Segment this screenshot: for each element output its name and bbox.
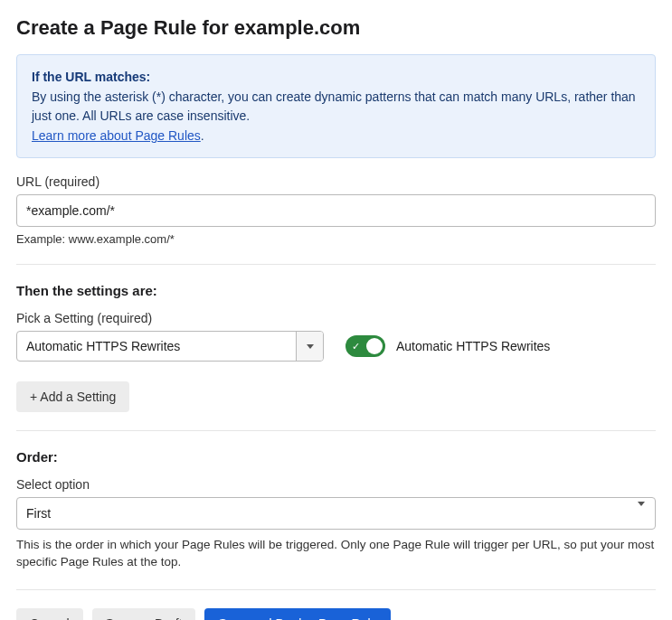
learn-more-link[interactable]: Learn more about Page Rules <box>32 127 201 145</box>
https-rewrites-toggle[interactable]: ✓ <box>345 335 385 357</box>
order-help-text: This is the order in which your Page Rul… <box>16 537 656 571</box>
info-banner: If the URL matches: By using the asteris… <box>16 54 656 158</box>
toggle-label: Automatic HTTPS Rewrites <box>396 339 550 353</box>
divider <box>16 589 656 590</box>
divider <box>16 264 656 265</box>
setting-combobox[interactable]: Automatic HTTPS Rewrites <box>16 331 324 362</box>
setting-picker-label: Pick a Setting (required) <box>16 311 656 325</box>
page-title: Create a Page Rule for example.com <box>16 16 656 40</box>
url-input[interactable] <box>16 194 656 227</box>
save-draft-button[interactable]: Save as Draft <box>92 608 196 620</box>
url-label: URL (required) <box>16 174 656 189</box>
chevron-down-icon <box>307 344 314 349</box>
divider <box>16 430 656 431</box>
save-deploy-button[interactable]: Save and Deploy Page Rule <box>204 608 391 620</box>
toggle-knob <box>366 338 383 354</box>
check-icon: ✓ <box>352 342 360 352</box>
cancel-button[interactable]: Cancel <box>16 608 83 620</box>
order-select-label: Select option <box>16 477 656 492</box>
add-setting-button[interactable]: + Add a Setting <box>16 381 129 412</box>
banner-body: By using the asterisk (*) character, you… <box>32 88 640 125</box>
order-select[interactable]: First <box>16 497 656 530</box>
order-heading: Order: <box>16 449 656 465</box>
setting-combobox-value: Automatic HTTPS Rewrites <box>17 332 296 361</box>
banner-period: . <box>201 128 204 143</box>
url-example-hint: Example: www.example.com/* <box>16 232 656 246</box>
banner-heading: If the URL matches: <box>32 68 640 86</box>
setting-combobox-arrow[interactable] <box>296 332 323 361</box>
settings-heading: Then the settings are: <box>16 283 656 298</box>
